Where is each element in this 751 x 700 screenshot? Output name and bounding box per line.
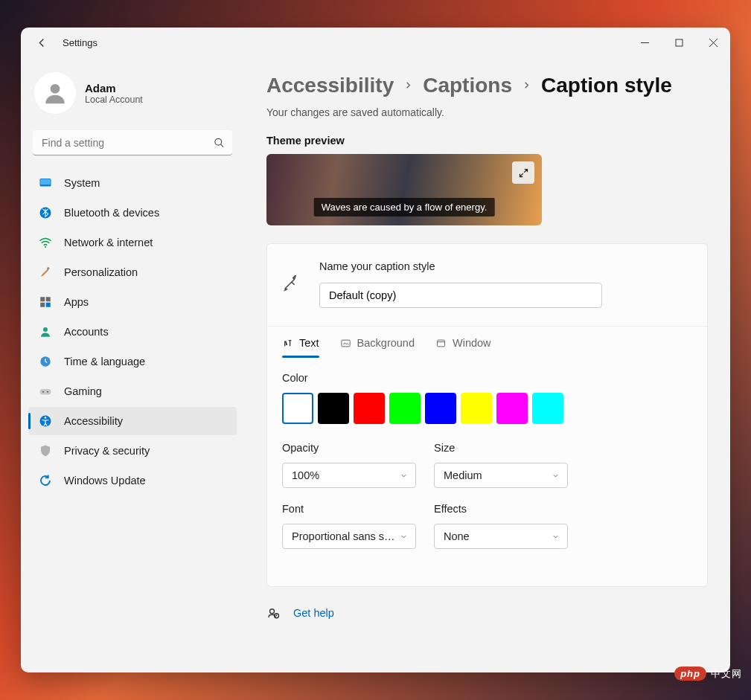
sidebar-item-label: Time & language xyxy=(64,356,145,367)
wifi-icon xyxy=(39,236,52,249)
search-box xyxy=(33,130,232,155)
theme-preview: Waves are caused by a flow of energy. xyxy=(266,154,542,225)
system-icon xyxy=(39,176,52,190)
bluetooth-icon xyxy=(39,206,52,219)
chevron-down-icon xyxy=(552,472,560,480)
sidebar-item-personalization[interactable]: Personalization xyxy=(28,258,237,286)
avatar xyxy=(34,72,76,114)
sidebar-item-label: Bluetooth & devices xyxy=(64,207,159,219)
watermark: php 中文网 xyxy=(674,667,742,681)
expand-preview-button[interactable] xyxy=(512,161,534,184)
sidebar-item-label: Windows Update xyxy=(64,475,146,487)
profile-account-type: Local Account xyxy=(85,94,143,105)
svg-rect-14 xyxy=(40,303,45,307)
tab-text[interactable]: Text xyxy=(282,337,319,358)
svg-point-22 xyxy=(45,417,47,419)
clock-icon xyxy=(39,355,52,368)
font-select[interactable]: Proportional sans s… xyxy=(282,524,416,549)
sidebar-item-accounts[interactable]: Accounts xyxy=(28,318,237,346)
accessibility-icon xyxy=(39,414,52,428)
style-icon xyxy=(282,275,298,292)
close-button[interactable] xyxy=(696,30,730,54)
theme-preview-label: Theme preview xyxy=(266,135,708,147)
svg-line-6 xyxy=(220,144,223,147)
gamepad-icon xyxy=(39,385,52,398)
profile-name: Adam xyxy=(85,82,143,94)
svg-rect-15 xyxy=(46,303,51,307)
search-icon xyxy=(214,138,225,149)
svg-point-16 xyxy=(43,327,48,332)
swatch-cyan[interactable] xyxy=(532,393,563,424)
sidebar-item-bluetooth[interactable]: Bluetooth & devices xyxy=(28,199,237,227)
update-icon xyxy=(39,474,52,487)
font-label: Font xyxy=(282,503,416,515)
tab-background[interactable]: Background xyxy=(340,337,415,358)
swatch-magenta[interactable] xyxy=(496,393,528,424)
crumb-accessibility[interactable]: Accessibility xyxy=(266,74,394,97)
sidebar-item-system[interactable]: System xyxy=(28,169,237,197)
tab-window[interactable]: Window xyxy=(435,337,491,358)
nav: System Bluetooth & devices Network & int… xyxy=(28,169,237,495)
size-select[interactable]: Medium xyxy=(434,463,568,488)
swatch-yellow[interactable] xyxy=(461,393,492,424)
size-label: Size xyxy=(434,442,568,454)
maximize-button[interactable] xyxy=(662,30,696,54)
get-help-link[interactable]: Get help xyxy=(293,607,334,619)
opacity-label: Opacity xyxy=(282,442,416,454)
color-label: Color xyxy=(282,372,692,384)
svg-point-10 xyxy=(45,246,46,248)
apps-icon xyxy=(39,295,52,309)
opacity-select[interactable]: 100% xyxy=(282,463,416,488)
titlebar: Settings xyxy=(21,28,730,57)
sidebar-item-label: Network & internet xyxy=(64,237,153,248)
sidebar-item-label: Personalization xyxy=(64,266,138,278)
watermark-badge: php xyxy=(674,667,706,681)
swatch-black[interactable] xyxy=(318,393,349,424)
sidebar-item-apps[interactable]: Apps xyxy=(28,288,237,316)
sidebar: Adam Local Account System Bluetooth & de… xyxy=(21,57,244,672)
back-button[interactable] xyxy=(31,32,52,53)
breadcrumb: Accessibility Captions Caption style xyxy=(266,74,708,97)
sidebar-item-label: Gaming xyxy=(64,385,102,397)
sidebar-item-privacy[interactable]: Privacy & security xyxy=(28,437,237,465)
sidebar-item-label: Accessibility xyxy=(64,415,123,427)
color-swatches xyxy=(282,393,692,424)
style-name-input[interactable] xyxy=(319,283,602,308)
tabs: Text Background Window xyxy=(267,327,707,359)
svg-rect-24 xyxy=(437,340,444,347)
svg-point-20 xyxy=(47,391,48,393)
swatch-red[interactable] xyxy=(354,393,385,424)
shield-icon xyxy=(39,444,52,457)
swatch-blue[interactable] xyxy=(425,393,456,424)
preview-caption-text: Waves are caused by a flow of energy. xyxy=(314,198,495,216)
sidebar-item-accessibility[interactable]: Accessibility xyxy=(28,407,237,435)
sidebar-item-label: Privacy & security xyxy=(64,445,150,457)
chevron-down-icon xyxy=(552,533,560,541)
svg-point-26 xyxy=(270,609,275,614)
sidebar-item-label: Accounts xyxy=(64,326,109,338)
effects-select[interactable]: None xyxy=(434,524,568,549)
svg-rect-11 xyxy=(47,267,50,270)
name-style-label: Name your caption style xyxy=(319,260,685,272)
window-icon xyxy=(435,338,447,349)
sidebar-item-gaming[interactable]: Gaming xyxy=(28,377,237,405)
swatch-green[interactable] xyxy=(389,393,421,424)
main-content: Accessibility Captions Caption style You… xyxy=(244,57,730,672)
minimize-button[interactable] xyxy=(627,30,662,54)
swatch-white[interactable] xyxy=(282,393,313,424)
chevron-down-icon xyxy=(400,472,408,480)
background-icon xyxy=(340,338,351,349)
sidebar-item-time[interactable]: Time & language xyxy=(28,347,237,376)
profile-block[interactable]: Adam Local Account xyxy=(28,68,237,127)
chevron-right-icon xyxy=(522,79,531,92)
crumb-captions[interactable]: Captions xyxy=(423,74,512,97)
svg-rect-18 xyxy=(40,389,51,395)
sidebar-item-update[interactable]: Windows Update xyxy=(28,466,237,495)
svg-rect-1 xyxy=(676,39,683,46)
sidebar-item-label: Apps xyxy=(64,296,89,308)
watermark-text: 中文网 xyxy=(711,667,742,681)
sidebar-item-network[interactable]: Network & internet xyxy=(28,228,237,257)
autosave-text: Your changes are saved automatically. xyxy=(266,106,708,118)
svg-point-4 xyxy=(51,84,60,94)
search-input[interactable] xyxy=(33,130,232,155)
